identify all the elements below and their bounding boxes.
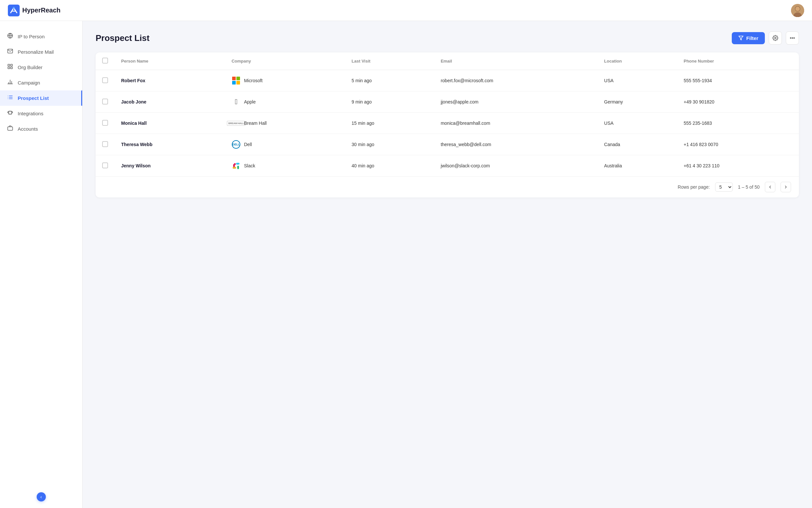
phone-number: +49 30 901820 xyxy=(684,99,714,104)
location-cell: USA xyxy=(597,113,677,134)
sidebar-item-accounts[interactable]: Accounts xyxy=(0,121,82,137)
next-page-button[interactable] xyxy=(780,182,791,192)
table-header: Person Name Company Last Visit Email Loc… xyxy=(96,52,799,70)
company-name: Microsoft xyxy=(244,78,263,83)
company-info: BREAM HALL Bream Hall xyxy=(231,119,339,128)
filter-button[interactable]: Filter xyxy=(732,32,765,44)
more-icon xyxy=(790,35,795,41)
location: Germany xyxy=(604,99,623,104)
select-all-checkbox[interactable] xyxy=(102,58,108,64)
page-title: Prospect List xyxy=(96,33,150,43)
company-info:  Apple xyxy=(231,97,339,107)
email: jwilson@slack-corp.com xyxy=(441,163,490,168)
email-cell: jjones@apple.com xyxy=(434,91,597,113)
sidebar-item-label: Org Builder xyxy=(18,65,43,70)
top-nav: HyperReach xyxy=(0,0,812,21)
email-cell: jwilson@slack-corp.com xyxy=(434,155,597,176)
phone-number: 555 235-1683 xyxy=(684,121,712,126)
prospect-table: Person Name Company Last Visit Email Loc… xyxy=(96,52,799,176)
sidebar-item-org-builder[interactable]: Org Builder xyxy=(0,59,82,75)
sidebar-item-ip-to-person[interactable]: IP to Person xyxy=(0,29,82,44)
person-name: Monica Hall xyxy=(121,121,147,126)
row-checkbox[interactable] xyxy=(102,141,108,147)
person-name-cell: Robert Fox xyxy=(115,70,225,91)
sidebar: IP to Person Personalize Mail Org Builde… xyxy=(0,21,83,508)
page-header: Prospect List Filter xyxy=(96,32,799,45)
logo-icon xyxy=(8,5,19,16)
gear-icon xyxy=(772,35,778,41)
row-checkbox[interactable] xyxy=(102,120,108,126)
svg-point-29 xyxy=(791,38,791,38)
company-cell: BREAM HALL Bream Hall xyxy=(225,113,345,134)
last-visit: 5 min ago xyxy=(352,78,372,83)
person-name-cell: Theresa Webb xyxy=(115,134,225,155)
col-last-visit: Last Visit xyxy=(345,52,434,70)
prev-page-button[interactable] xyxy=(765,182,775,192)
last-visit: 30 min ago xyxy=(352,142,374,147)
company-info: Microsoft xyxy=(231,76,339,85)
person-name: Jenny Wilson xyxy=(121,163,150,168)
sidebar-item-label: Prospect List xyxy=(18,95,49,101)
svg-rect-10 xyxy=(11,64,12,66)
sidebar-item-label: Accounts xyxy=(18,126,38,132)
svg-rect-26 xyxy=(8,127,13,130)
collapse-sidebar-button[interactable]: ‹ xyxy=(37,492,46,502)
sidebar-item-label: Integrations xyxy=(18,111,43,116)
company-cell: Microsoft xyxy=(225,70,345,91)
logo-text: HyperReach xyxy=(22,6,60,14)
svg-rect-25 xyxy=(9,111,12,114)
row-checkbox-cell xyxy=(96,70,115,91)
user-avatar[interactable] xyxy=(791,4,804,17)
sidebar-item-campaign[interactable]: Campaign xyxy=(0,75,82,90)
col-location: Location xyxy=(597,52,677,70)
list-icon xyxy=(7,94,14,102)
more-button[interactable] xyxy=(786,32,799,45)
phone-cell: +1 416 823 0070 xyxy=(677,134,799,155)
chevron-left-icon xyxy=(768,185,772,189)
last-visit: 40 min ago xyxy=(352,163,374,168)
avatar-image xyxy=(791,4,804,17)
sidebar-item-personalize-mail[interactable]: Personalize Mail xyxy=(0,44,82,59)
phone-cell: 555 235-1683 xyxy=(677,113,799,134)
phone-cell: 555 555-1934 xyxy=(677,70,799,91)
logo-area: HyperReach xyxy=(8,5,60,16)
microsoft-logo xyxy=(231,76,241,85)
table-body: Robert Fox Microsoft 5 min ago robert.fo… xyxy=(96,70,799,176)
col-email: Email xyxy=(434,52,597,70)
svg-point-28 xyxy=(775,37,776,39)
company-name: Dell xyxy=(244,142,252,147)
svg-point-30 xyxy=(792,38,793,38)
email-cell: monica@breamhall.com xyxy=(434,113,597,134)
person-name-cell: Jacob Jone xyxy=(115,91,225,113)
row-checkbox-cell xyxy=(96,155,115,176)
row-checkbox[interactable] xyxy=(102,77,108,83)
sidebar-item-integrations[interactable]: Integrations xyxy=(0,106,82,121)
svg-rect-11 xyxy=(8,67,9,69)
chevron-right-icon xyxy=(783,185,788,189)
settings-button[interactable] xyxy=(769,32,782,45)
person-name: Robert Fox xyxy=(121,78,145,83)
svg-rect-0 xyxy=(8,5,19,16)
sidebar-item-label: Campaign xyxy=(18,80,40,85)
col-person-name: Person Name xyxy=(115,52,225,70)
email: robert.fox@microsoft.com xyxy=(441,78,493,83)
location: Australia xyxy=(604,163,622,168)
filter-button-label: Filter xyxy=(746,35,758,41)
location: USA xyxy=(604,121,614,126)
row-checkbox[interactable] xyxy=(102,163,108,168)
svg-point-31 xyxy=(794,38,794,38)
last-visit-cell: 5 min ago xyxy=(345,70,434,91)
row-checkbox[interactable] xyxy=(102,98,108,104)
sidebar-item-prospect-list[interactable]: Prospect List xyxy=(0,90,82,106)
col-company: Company xyxy=(225,52,345,70)
rows-per-page-select[interactable]: 5 10 25 50 xyxy=(715,182,733,192)
row-checkbox-cell xyxy=(96,113,115,134)
dell-logo: DELL xyxy=(231,140,241,149)
row-checkbox-cell xyxy=(96,91,115,113)
location-cell: Australia xyxy=(597,155,677,176)
last-visit-cell: 9 min ago xyxy=(345,91,434,113)
last-visit-cell: 40 min ago xyxy=(345,155,434,176)
person-name: Jacob Jone xyxy=(121,99,146,104)
main-content: Prospect List Filter xyxy=(83,21,812,508)
phone-cell: +61 4 30 223 110 xyxy=(677,155,799,176)
